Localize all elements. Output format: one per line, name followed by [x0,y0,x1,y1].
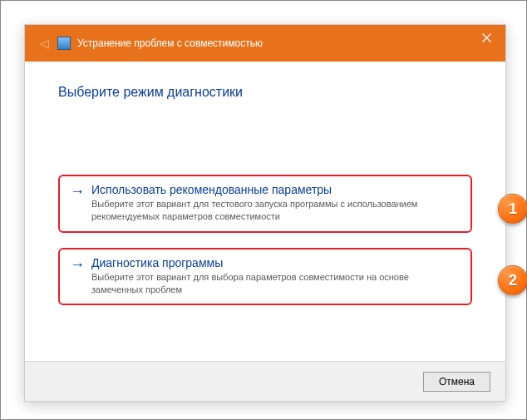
close-icon [482,33,491,42]
troubleshooter-icon [57,37,71,50]
screenshot-frame: ◁ Устранение проблем с совместимостью Вы… [0,0,527,420]
option-diagnostics[interactable]: → Диагностика программы Выберите этот ва… [58,248,472,306]
option-title: Диагностика программы [91,256,461,269]
arrow-right-icon: → [70,183,85,201]
option-title: Использовать рекомендованные параметры [91,183,461,196]
back-icon: ◁ [40,37,49,50]
titlebar: ◁ Устранение проблем с совместимостью [25,25,505,62]
option-recommended[interactable]: → Использовать рекомендованные параметры… [58,175,472,233]
option-body: Диагностика программы Выберите этот вари… [91,256,461,296]
close-button[interactable] [467,25,505,50]
cancel-button[interactable]: Отмена [423,372,490,392]
option-description: Выберите этот вариант для тестового запу… [91,198,461,223]
annotation-badge-1: 1 [498,194,527,224]
option-row: → Диагностика программы Выберите этот ва… [70,256,461,296]
content-area: Выберите режим диагностики → Использоват… [25,62,505,401]
page-heading: Выберите режим диагностики [58,85,472,100]
option-body: Использовать рекомендованные параметры В… [91,183,461,223]
annotation-badge-2: 2 [498,265,527,295]
arrow-right-icon: → [70,256,85,274]
footer: Отмена [25,361,505,401]
option-description: Выберите этот вариант для выбора парамет… [91,271,461,296]
window-title: Устранение проблем с совместимостью [77,37,263,49]
dialog-window: ◁ Устранение проблем с совместимостью Вы… [24,24,506,402]
option-row: → Использовать рекомендованные параметры… [70,183,461,223]
